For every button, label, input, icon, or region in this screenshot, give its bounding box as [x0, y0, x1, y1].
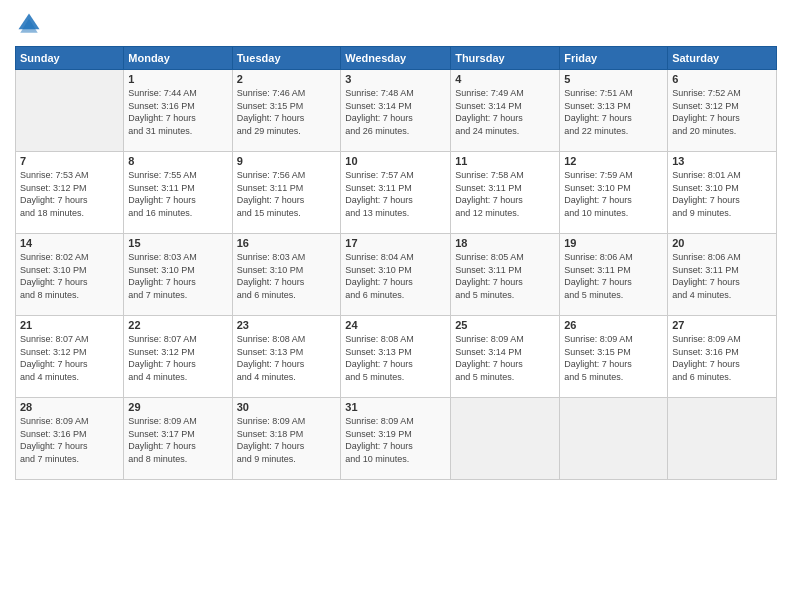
- week-row-3: 21Sunrise: 8:07 AM Sunset: 3:12 PM Dayli…: [16, 316, 777, 398]
- day-cell: [560, 398, 668, 480]
- day-number: 30: [237, 401, 337, 413]
- day-cell: 16Sunrise: 8:03 AM Sunset: 3:10 PM Dayli…: [232, 234, 341, 316]
- day-cell: 10Sunrise: 7:57 AM Sunset: 3:11 PM Dayli…: [341, 152, 451, 234]
- day-info: Sunrise: 8:09 AM Sunset: 3:16 PM Dayligh…: [20, 415, 119, 465]
- day-cell: 18Sunrise: 8:05 AM Sunset: 3:11 PM Dayli…: [451, 234, 560, 316]
- day-info: Sunrise: 7:52 AM Sunset: 3:12 PM Dayligh…: [672, 87, 772, 137]
- day-info: Sunrise: 7:57 AM Sunset: 3:11 PM Dayligh…: [345, 169, 446, 219]
- day-number: 8: [128, 155, 227, 167]
- day-number: 3: [345, 73, 446, 85]
- logo-icon: [15, 10, 43, 38]
- day-cell: 14Sunrise: 8:02 AM Sunset: 3:10 PM Dayli…: [16, 234, 124, 316]
- day-number: 23: [237, 319, 337, 331]
- day-number: 27: [672, 319, 772, 331]
- week-row-4: 28Sunrise: 8:09 AM Sunset: 3:16 PM Dayli…: [16, 398, 777, 480]
- day-cell: 7Sunrise: 7:53 AM Sunset: 3:12 PM Daylig…: [16, 152, 124, 234]
- day-info: Sunrise: 7:51 AM Sunset: 3:13 PM Dayligh…: [564, 87, 663, 137]
- day-info: Sunrise: 7:56 AM Sunset: 3:11 PM Dayligh…: [237, 169, 337, 219]
- calendar-page: SundayMondayTuesdayWednesdayThursdayFrid…: [0, 0, 792, 612]
- day-cell: 9Sunrise: 7:56 AM Sunset: 3:11 PM Daylig…: [232, 152, 341, 234]
- day-cell: 1Sunrise: 7:44 AM Sunset: 3:16 PM Daylig…: [124, 70, 232, 152]
- week-row-0: 1Sunrise: 7:44 AM Sunset: 3:16 PM Daylig…: [16, 70, 777, 152]
- day-number: 9: [237, 155, 337, 167]
- header-day-sunday: Sunday: [16, 47, 124, 70]
- day-info: Sunrise: 7:55 AM Sunset: 3:11 PM Dayligh…: [128, 169, 227, 219]
- day-info: Sunrise: 8:09 AM Sunset: 3:16 PM Dayligh…: [672, 333, 772, 383]
- day-cell: 25Sunrise: 8:09 AM Sunset: 3:14 PM Dayli…: [451, 316, 560, 398]
- day-cell: 6Sunrise: 7:52 AM Sunset: 3:12 PM Daylig…: [668, 70, 777, 152]
- day-info: Sunrise: 8:02 AM Sunset: 3:10 PM Dayligh…: [20, 251, 119, 301]
- day-number: 12: [564, 155, 663, 167]
- day-info: Sunrise: 7:44 AM Sunset: 3:16 PM Dayligh…: [128, 87, 227, 137]
- day-info: Sunrise: 8:09 AM Sunset: 3:18 PM Dayligh…: [237, 415, 337, 465]
- day-number: 20: [672, 237, 772, 249]
- day-cell: 8Sunrise: 7:55 AM Sunset: 3:11 PM Daylig…: [124, 152, 232, 234]
- day-number: 22: [128, 319, 227, 331]
- day-number: 28: [20, 401, 119, 413]
- day-cell: 19Sunrise: 8:06 AM Sunset: 3:11 PM Dayli…: [560, 234, 668, 316]
- calendar-table: SundayMondayTuesdayWednesdayThursdayFrid…: [15, 46, 777, 480]
- day-cell: 31Sunrise: 8:09 AM Sunset: 3:19 PM Dayli…: [341, 398, 451, 480]
- day-cell: 17Sunrise: 8:04 AM Sunset: 3:10 PM Dayli…: [341, 234, 451, 316]
- day-info: Sunrise: 8:09 AM Sunset: 3:19 PM Dayligh…: [345, 415, 446, 465]
- day-info: Sunrise: 8:07 AM Sunset: 3:12 PM Dayligh…: [20, 333, 119, 383]
- header-row: SundayMondayTuesdayWednesdayThursdayFrid…: [16, 47, 777, 70]
- day-cell: 22Sunrise: 8:07 AM Sunset: 3:12 PM Dayli…: [124, 316, 232, 398]
- day-info: Sunrise: 7:59 AM Sunset: 3:10 PM Dayligh…: [564, 169, 663, 219]
- day-number: 6: [672, 73, 772, 85]
- day-cell: 26Sunrise: 8:09 AM Sunset: 3:15 PM Dayli…: [560, 316, 668, 398]
- day-info: Sunrise: 8:07 AM Sunset: 3:12 PM Dayligh…: [128, 333, 227, 383]
- header-day-thursday: Thursday: [451, 47, 560, 70]
- header-day-wednesday: Wednesday: [341, 47, 451, 70]
- week-row-2: 14Sunrise: 8:02 AM Sunset: 3:10 PM Dayli…: [16, 234, 777, 316]
- day-info: Sunrise: 8:09 AM Sunset: 3:14 PM Dayligh…: [455, 333, 555, 383]
- header-day-monday: Monday: [124, 47, 232, 70]
- day-number: 16: [237, 237, 337, 249]
- day-cell: 13Sunrise: 8:01 AM Sunset: 3:10 PM Dayli…: [668, 152, 777, 234]
- day-number: 10: [345, 155, 446, 167]
- day-cell: 3Sunrise: 7:48 AM Sunset: 3:14 PM Daylig…: [341, 70, 451, 152]
- day-cell: 11Sunrise: 7:58 AM Sunset: 3:11 PM Dayli…: [451, 152, 560, 234]
- day-info: Sunrise: 7:49 AM Sunset: 3:14 PM Dayligh…: [455, 87, 555, 137]
- day-info: Sunrise: 8:03 AM Sunset: 3:10 PM Dayligh…: [237, 251, 337, 301]
- day-number: 19: [564, 237, 663, 249]
- day-cell: 4Sunrise: 7:49 AM Sunset: 3:14 PM Daylig…: [451, 70, 560, 152]
- day-number: 11: [455, 155, 555, 167]
- day-number: 1: [128, 73, 227, 85]
- day-number: 18: [455, 237, 555, 249]
- header-day-tuesday: Tuesday: [232, 47, 341, 70]
- day-cell: 23Sunrise: 8:08 AM Sunset: 3:13 PM Dayli…: [232, 316, 341, 398]
- day-number: 14: [20, 237, 119, 249]
- day-info: Sunrise: 8:08 AM Sunset: 3:13 PM Dayligh…: [345, 333, 446, 383]
- day-number: 5: [564, 73, 663, 85]
- day-cell: 28Sunrise: 8:09 AM Sunset: 3:16 PM Dayli…: [16, 398, 124, 480]
- day-number: 31: [345, 401, 446, 413]
- day-cell: 24Sunrise: 8:08 AM Sunset: 3:13 PM Dayli…: [341, 316, 451, 398]
- day-number: 15: [128, 237, 227, 249]
- day-info: Sunrise: 8:03 AM Sunset: 3:10 PM Dayligh…: [128, 251, 227, 301]
- day-cell: 12Sunrise: 7:59 AM Sunset: 3:10 PM Dayli…: [560, 152, 668, 234]
- day-number: 24: [345, 319, 446, 331]
- day-cell: 30Sunrise: 8:09 AM Sunset: 3:18 PM Dayli…: [232, 398, 341, 480]
- day-number: 25: [455, 319, 555, 331]
- day-number: 29: [128, 401, 227, 413]
- day-info: Sunrise: 7:53 AM Sunset: 3:12 PM Dayligh…: [20, 169, 119, 219]
- day-info: Sunrise: 7:58 AM Sunset: 3:11 PM Dayligh…: [455, 169, 555, 219]
- day-info: Sunrise: 8:05 AM Sunset: 3:11 PM Dayligh…: [455, 251, 555, 301]
- day-number: 2: [237, 73, 337, 85]
- day-number: 13: [672, 155, 772, 167]
- header-day-saturday: Saturday: [668, 47, 777, 70]
- day-cell: 20Sunrise: 8:06 AM Sunset: 3:11 PM Dayli…: [668, 234, 777, 316]
- day-number: 21: [20, 319, 119, 331]
- day-cell: 2Sunrise: 7:46 AM Sunset: 3:15 PM Daylig…: [232, 70, 341, 152]
- day-cell: 15Sunrise: 8:03 AM Sunset: 3:10 PM Dayli…: [124, 234, 232, 316]
- day-info: Sunrise: 7:48 AM Sunset: 3:14 PM Dayligh…: [345, 87, 446, 137]
- day-number: 7: [20, 155, 119, 167]
- day-cell: 5Sunrise: 7:51 AM Sunset: 3:13 PM Daylig…: [560, 70, 668, 152]
- day-number: 17: [345, 237, 446, 249]
- day-info: Sunrise: 7:46 AM Sunset: 3:15 PM Dayligh…: [237, 87, 337, 137]
- day-info: Sunrise: 8:06 AM Sunset: 3:11 PM Dayligh…: [672, 251, 772, 301]
- logo: [15, 10, 47, 38]
- day-info: Sunrise: 8:06 AM Sunset: 3:11 PM Dayligh…: [564, 251, 663, 301]
- day-info: Sunrise: 8:09 AM Sunset: 3:15 PM Dayligh…: [564, 333, 663, 383]
